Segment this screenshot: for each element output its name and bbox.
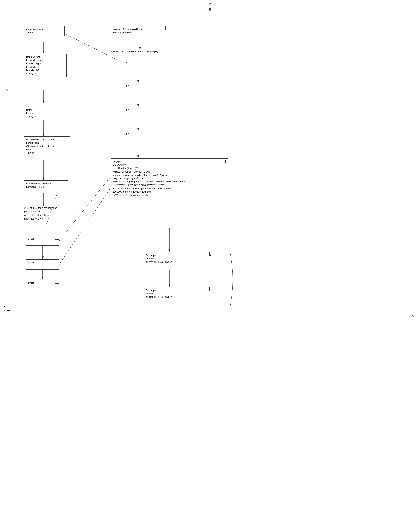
label-iv: → IV (407, 314, 414, 318)
maxpoints-line3: // to know how to resize the (26, 145, 55, 148)
bounding-line6: 4*4 bytes (26, 72, 36, 75)
magic-line2: 4 bytes (26, 31, 34, 34)
numoffsets-line2: polygons (4 byte) (26, 186, 45, 188)
box-colo-2: colo* (122, 83, 155, 94)
box-magic-number: magic number - 4 bytes (24, 26, 65, 36)
polygon-line4: Number of points in polygon (2 byte) (113, 170, 151, 173)
polygon-line5: Index of polygon-color in list of colors… (113, 174, 167, 176)
svg-line-17 (59, 188, 111, 265)
svg-line-13 (65, 33, 121, 62)
offset1-label: offset (28, 237, 34, 240)
label-b: B (209, 2, 211, 6)
subpoly2-line3: all data like by a Polygon (146, 295, 172, 298)
offset2-label: offset (28, 261, 34, 264)
polygon-line6: Height of this polygon (2 byte) (113, 177, 144, 180)
maxpoints-line4: buffer (26, 148, 32, 151)
bounding-line4: longitude - left (26, 66, 41, 68)
label-h: H ← (6, 89, 12, 92)
subpoly1-line3: all data like by a Polygon (146, 261, 172, 263)
polygon-line2: //////////////////// (113, 164, 126, 166)
box-num-offsets: Number of tile offsets of polygons (4 by… (24, 180, 68, 190)
box-num-colors: Number of colors used in this iso-layer … (111, 26, 169, 36)
polygon-line9: for every point WGS 84 longitude, latitu… (113, 187, 171, 190)
box-colo-1: colo* (122, 59, 155, 70)
numoffsets-line1: Number of tile offsets of (26, 182, 52, 185)
polygon-line11: (n*2*4 byte) 4 byte per coordinate (113, 194, 148, 196)
bounding-line5: latitude - left (26, 69, 39, 72)
magic-line1: magic number - (26, 28, 43, 31)
box-subpolygon-2: 3 Subpolygon //////////////// all data l… (144, 287, 213, 305)
bounding-line1: Bouding rect (26, 55, 40, 58)
tilesize-line2: Breite (26, 108, 32, 111)
subpoly1-line1: Subpolygon (146, 254, 158, 257)
colorlist-text: //List of RBG color values (NumCols *4 B… (111, 50, 158, 53)
polygon-line7: Number of sub-polygons, e.g. polygons co… (113, 180, 186, 183)
polygon-line10: 1000000 and then fractions rounded (113, 190, 151, 193)
polygon-badge: 1 (225, 160, 226, 164)
bounding-line3: latitude - right (26, 62, 41, 65)
colo4-label: colo* (124, 133, 129, 135)
tilesize-line4: 2*4 bytes (26, 115, 36, 118)
dot-b (209, 8, 211, 11)
box-max-points: Maximum number of points per polygon // … (24, 136, 70, 156)
box-tile-size: Tile size Breite L'ange 2*4 bytes (24, 103, 61, 120)
diagram-container: B H ← i...iii — → IV (15, 11, 405, 504)
colo2-label: colo* (124, 85, 129, 88)
maxpoints-line5: 4 bytes (26, 152, 34, 154)
box-bounding-rect: Bouding rect longitude - right latitude … (24, 54, 67, 77)
polygon-line1: Polygon (113, 160, 121, 163)
polygon-line3: ******Header (8 bytes)****** (113, 167, 142, 170)
numcolors-line1: Number of colors used in this (113, 28, 143, 31)
bounding-line2: longitude - right (26, 59, 43, 61)
maxpoints-line2: per polygon (26, 142, 39, 144)
subpoly2-badge: 3 (210, 288, 211, 292)
tilesize-line1: Tile size (26, 105, 35, 108)
box-polygon: 1 Polygon //////////////////// ******Hea… (111, 158, 228, 228)
box-offset-3: offset (26, 280, 59, 290)
box-offset-2: offset (26, 259, 59, 269)
box-colo-4: colo* (122, 131, 155, 142)
subpoly2-line2: //////////////// (146, 292, 156, 295)
numcolors-line2: iso-layer (4 bytes) (113, 31, 132, 34)
label-iii: i...iii — (4, 305, 10, 312)
colo3-label: colo* (124, 109, 129, 112)
offset-list-text: //List of tile offsets for polygons (Num… (24, 206, 76, 220)
subpoly1-line2: //////////////// (146, 257, 156, 260)
maxpoints-line1: Maximum number of points (26, 138, 55, 141)
box-subpolygon-1: 2 Subpolygon //////////////// all data l… (144, 252, 213, 270)
subpoly2-line1: Subpolygon (146, 289, 158, 291)
colo1-label: colo* (124, 61, 129, 64)
tilesize-line3: L'ange (26, 112, 33, 114)
colorlist-label: //List of RBG color values (NumCols *4 B… (111, 50, 158, 53)
box-offset-1: offset (26, 236, 59, 246)
box-colo-3: colo* (122, 107, 155, 118)
offset3-label: offset (28, 282, 34, 284)
inner-left-border (21, 15, 21, 500)
subpoly1-badge: 2 (210, 253, 211, 257)
polygon-line8: ***************Points in this polygon***… (113, 184, 164, 186)
